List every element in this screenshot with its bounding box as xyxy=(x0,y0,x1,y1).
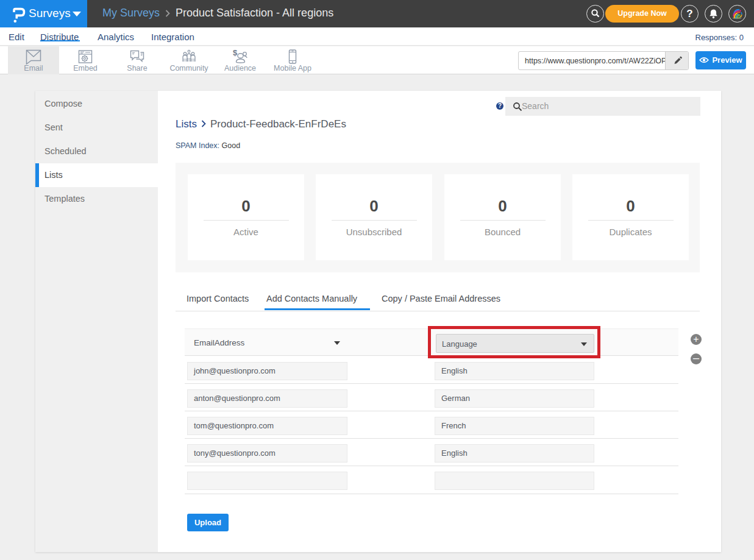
svg-text:$: $ xyxy=(233,49,238,57)
